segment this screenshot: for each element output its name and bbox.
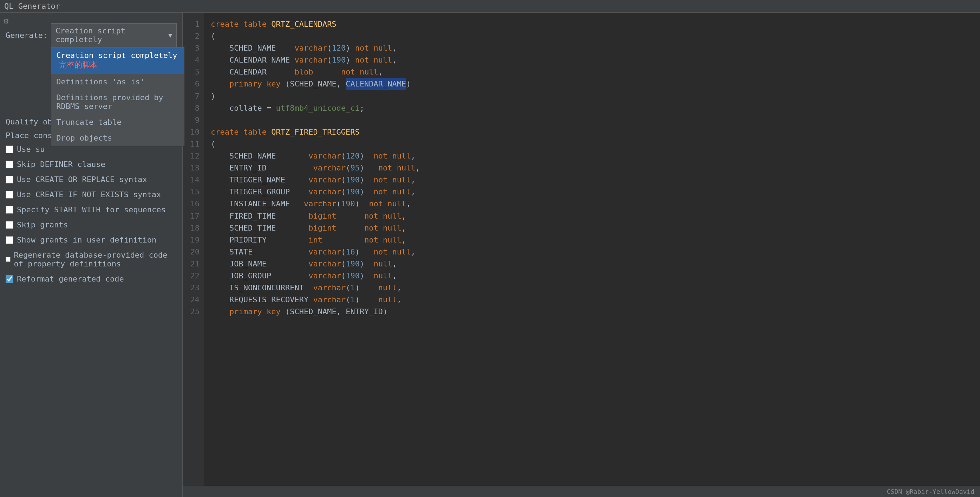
code-line-18: SCHED_TIME bigint not null, [211, 222, 973, 234]
code-line-16: INSTANCE_NAME varchar(190) not null, [211, 198, 973, 210]
dropdown-item-0[interactable]: Creation script completely 完整的脚本 [51, 48, 184, 74]
dropdown-item-4[interactable]: Drop objects [51, 130, 184, 146]
checkbox-use-su[interactable] [6, 145, 13, 153]
code-line-7: ) [211, 90, 973, 102]
gear-icon[interactable]: ⚙ [3, 16, 8, 26]
title-bar: QL Generator [0, 0, 980, 13]
code-line-24: REQUESTS_RECOVERY varchar(1) null, [211, 294, 973, 306]
checkbox-row-5: Skip grants [6, 220, 177, 229]
checkbox-create-or-replace[interactable] [6, 176, 13, 183]
checkbox-row-8: Reformat generated code [6, 274, 177, 283]
checkbox-row-3: Use CREATE IF NOT EXISTS syntax [6, 190, 177, 199]
watermark: CSDN @Rabir-YellowDavid [887, 488, 974, 495]
dropdown-arrow-icon: ▼ [168, 32, 172, 39]
checkbox-label-3: Use CREATE IF NOT EXISTS syntax [17, 190, 161, 199]
code-line-8: collate = utf8mb4_unicode_ci ; [211, 102, 973, 114]
checkbox-label-2: Use CREATE OR REPLACE syntax [17, 175, 147, 184]
dropdown-item-label-1: Definitions 'as is' [56, 77, 145, 86]
code-line-1: create table QRTZ_CALENDARS [211, 18, 973, 30]
checkbox-row-2: Use CREATE OR REPLACE syntax [6, 175, 177, 184]
checkbox-label-1: Skip DEFINER clause [17, 160, 105, 169]
checkbox-reformat[interactable] [6, 275, 13, 283]
code-line-4: CALENDAR_NAME varchar(190) not null, [211, 54, 973, 66]
checkbox-label-5: Skip grants [17, 220, 68, 229]
code-line-22: JOB_GROUP varchar(190) null, [211, 270, 973, 282]
code-area: 1 2 3 4 5 6 7 8 9 10 11 12 13 14 15 16 1… [183, 13, 980, 486]
dropdown-item-3[interactable]: Truncate table [51, 114, 184, 130]
code-line-14: TRIGGER_NAME varchar(190) not null, [211, 174, 973, 186]
line-numbers: 1 2 3 4 5 6 7 8 9 10 11 12 13 14 15 16 1… [183, 13, 204, 486]
code-line-5: CALENDAR blob not null, [211, 66, 973, 78]
left-panel: ⚙ Generate: Creation script completely ▼… [0, 13, 183, 497]
main-container: ⚙ Generate: Creation script completely ▼… [0, 13, 980, 497]
checkbox-label-4: Specify START WITH for sequences [17, 205, 166, 214]
checkbox-label-0: Use su [17, 145, 45, 154]
code-line-17: FIRED_TIME bigint not null, [211, 210, 973, 222]
checkbox-label-8: Reformat generated code [17, 274, 124, 283]
checkbox-show-grants[interactable] [6, 236, 13, 244]
code-line-2: ( [211, 30, 973, 42]
generate-label: Generate: [6, 31, 48, 40]
checkbox-label-6: Show grants in user definition [17, 236, 156, 244]
dropdown-item-label-4: Drop objects [56, 134, 112, 142]
code-line-10: create table QRTZ_FIRED_TRIGGERS [211, 126, 973, 138]
dropdown-item-2[interactable]: Definitions provided by RDBMS server [51, 90, 184, 114]
generate-dropdown-value: Creation script completely [56, 26, 168, 44]
place-cons-label: Place cons [6, 131, 52, 140]
dropdown-item-1[interactable]: Definitions 'as is' [51, 74, 184, 90]
checkbox-row-4: Specify START WITH for sequences [6, 205, 177, 214]
code-line-11: ( [211, 138, 973, 150]
annotation-text: 完整的脚本 [59, 61, 98, 69]
generate-dropdown[interactable]: Creation script completely ▼ [51, 23, 177, 47]
generate-dropdown-container: Creation script completely ▼ Creation sc… [51, 23, 177, 47]
checkbox-label-7: Regenerate database-provided code of pro… [14, 251, 177, 268]
checkbox-create-if-not-exists[interactable] [6, 191, 13, 199]
code-line-3: SCHED_NAME varchar(120) not null, [211, 42, 973, 54]
dropdown-item-label-0: Creation script completely [56, 51, 177, 60]
app-title: QL Generator [4, 2, 60, 11]
code-line-23: IS_NONCONCURRENT varchar(1) null, [211, 282, 973, 294]
dropdown-menu: Creation script completely 完整的脚本 Definit… [51, 47, 185, 146]
code-line-6: primary key ( SCHED_NAME , CALENDAR_NAME… [211, 78, 973, 90]
code-line-25: primary key ( SCHED_NAME , ENTRY_ID ) [211, 306, 973, 318]
code-content[interactable]: create table QRTZ_CALENDARS ( SCHED_NAME… [204, 13, 980, 486]
code-line-13: ENTRY_ID varchar(95) not null, [211, 162, 973, 174]
checkbox-regenerate[interactable] [6, 255, 11, 263]
code-line-21: JOB_NAME varchar(190) null, [211, 258, 973, 270]
code-line-20: STATE varchar(16) not null, [211, 246, 973, 258]
checkbox-row-1: Skip DEFINER clause [6, 160, 177, 169]
dropdown-item-label-2: Definitions provided by RDBMS server [56, 93, 163, 111]
generate-row: Generate: Creation script completely ▼ C… [6, 23, 177, 47]
code-line-19: PRIORITY int not null, [211, 234, 973, 246]
checkbox-start-with[interactable] [6, 206, 13, 214]
checkbox-row-7: Regenerate database-provided code of pro… [6, 251, 177, 268]
code-line-12: SCHED_NAME varchar(120) not null, [211, 150, 973, 162]
right-panel: 1 2 3 4 5 6 7 8 9 10 11 12 13 14 15 16 1… [183, 13, 980, 497]
checkbox-skip-grants[interactable] [6, 221, 13, 229]
bottom-bar: CSDN @Rabir-YellowDavid [183, 486, 980, 497]
code-line-9 [211, 114, 973, 126]
dropdown-item-label-3: Truncate table [56, 118, 121, 127]
checkbox-row-6: Show grants in user definition [6, 236, 177, 244]
checkbox-skip-definer[interactable] [6, 161, 13, 168]
qualify-obj-label: Qualify ob [6, 117, 52, 126]
code-line-15: TRIGGER_GROUP varchar(190) not null, [211, 186, 973, 198]
